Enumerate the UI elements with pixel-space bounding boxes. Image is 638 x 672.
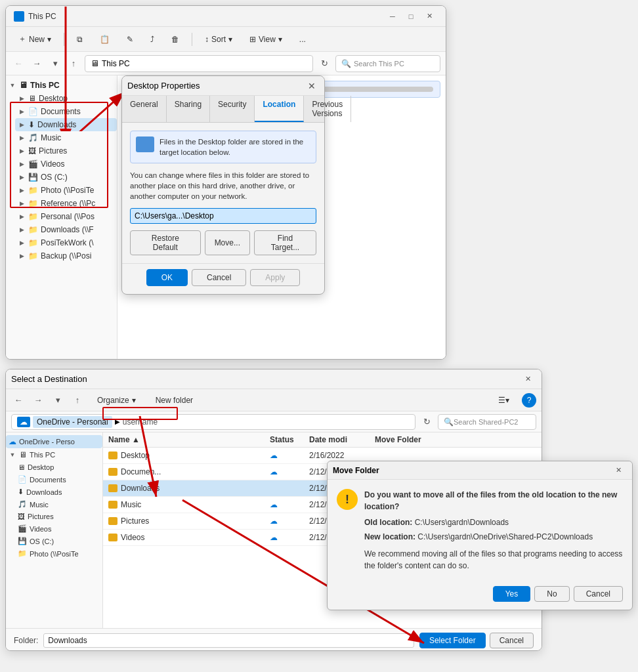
share-button[interactable]: ⤴ bbox=[143, 32, 161, 47]
sidebar-item-downloads[interactable]: ▶ ⬇ Downloads bbox=[15, 118, 117, 131]
dest-sidebar-photo[interactable]: 📁 Photo (\\PosiTe bbox=[15, 547, 102, 560]
sidebar-item-music[interactable]: ▶ 🎵 Music bbox=[15, 131, 117, 144]
dest-up-button[interactable]: ↑ bbox=[70, 393, 85, 408]
sidebar-item-backup[interactable]: ▶ 📁 Backup (\\Posi bbox=[15, 249, 117, 262]
back-button[interactable]: ← bbox=[11, 56, 26, 71]
dest-sidebar-this-pc[interactable]: ▼ 🖥 This PC bbox=[6, 448, 102, 461]
desktop-date: 2/16/2022 bbox=[309, 451, 375, 460]
restore-default-button[interactable]: Restore Default bbox=[130, 230, 201, 255]
dest-search-placeholder: Search Shared-PC2 bbox=[454, 418, 518, 426]
sidebar-item-personal[interactable]: ▶ 📁 Personal (\\Pos bbox=[15, 210, 117, 223]
select-folder-button[interactable]: Select Folder bbox=[419, 633, 486, 648]
sidebar-item-desktop[interactable]: ▶ 🖥 Desktop bbox=[15, 92, 117, 105]
up-button[interactable]: ↑ bbox=[66, 56, 81, 71]
expand-icon: ▼ bbox=[9, 82, 16, 89]
dest-address-chevron: ▶ bbox=[115, 418, 120, 425]
dest-address-box[interactable]: ☁ OneDrive - Personal ▶ username bbox=[11, 414, 415, 430]
move-dialog-title: Move Folder bbox=[333, 466, 379, 475]
music-row-name: Music bbox=[108, 500, 270, 509]
refresh-button[interactable]: ↻ bbox=[317, 56, 331, 71]
view-label: View bbox=[259, 35, 276, 44]
view-button[interactable]: ⊞ View ▾ bbox=[242, 32, 289, 47]
explorer-addressbar: ← → ▾ ↑ 🖥 This PC ↻ 🔍 Search This PC bbox=[6, 52, 446, 75]
more-button[interactable]: ... bbox=[292, 32, 313, 47]
dest-new-folder-button[interactable]: New folder bbox=[148, 392, 200, 408]
move-dialog-close-button[interactable]: ✕ bbox=[610, 464, 627, 477]
move-button[interactable]: Move... bbox=[205, 230, 250, 255]
dest-close-button[interactable]: ✕ bbox=[519, 373, 536, 386]
move-dialog-footer: Yes No Cancel bbox=[328, 581, 632, 610]
sidebar-item-downloads-net[interactable]: ▶ 📁 Downloads (\\F bbox=[15, 223, 117, 236]
tab-security[interactable]: Security bbox=[210, 96, 255, 122]
dest-recent-button[interactable]: ▾ bbox=[51, 393, 65, 408]
this-pc-icon: 🖥 bbox=[19, 80, 28, 90]
expand-arrow-desktop: ▶ bbox=[18, 95, 26, 102]
downloads-icon: ⬇ bbox=[28, 120, 35, 129]
sidebar-item-reference[interactable]: ▶ 📁 Reference (\\Pc bbox=[15, 197, 117, 210]
rename-button[interactable]: ✎ bbox=[119, 32, 140, 47]
dest-refresh-button[interactable]: ↻ bbox=[419, 415, 434, 429]
pictures-status: ☁ bbox=[270, 516, 309, 526]
sidebar-positek-label: PosiTekWork (\ bbox=[41, 238, 93, 247]
yes-button[interactable]: Yes bbox=[493, 586, 531, 602]
tab-previous-versions[interactable]: Previous Versions bbox=[304, 96, 351, 122]
new-button[interactable]: ＋ New ▾ bbox=[11, 30, 58, 48]
dest-view-button[interactable]: ☰▾ bbox=[491, 392, 517, 408]
dest-back-button[interactable]: ← bbox=[11, 393, 26, 408]
dest-sidebar-onedrive[interactable]: ☁ OneDrive - Perso bbox=[6, 435, 102, 448]
address-box[interactable]: 🖥 This PC bbox=[85, 55, 313, 72]
toolbar-divider-1 bbox=[64, 33, 64, 46]
dest-photo-label: Photo (\\PosiTe bbox=[30, 550, 79, 558]
dialog-close-button[interactable]: ✕ bbox=[305, 79, 319, 93]
minimize-button[interactable]: ─ bbox=[384, 10, 401, 23]
dest-forward-button[interactable]: → bbox=[31, 393, 45, 408]
tab-general[interactable]: General bbox=[122, 96, 167, 122]
move-dialog-titlebar: Move Folder ✕ bbox=[328, 461, 632, 480]
expand-arrow-downloads: ▶ bbox=[18, 121, 26, 128]
dest-documents-icon: 📄 bbox=[18, 475, 27, 484]
sidebar-item-pictures[interactable]: ▶ 🖼 Pictures bbox=[15, 144, 117, 158]
folder-icon-videos bbox=[108, 534, 117, 541]
documents-icon: 📄 bbox=[28, 107, 38, 116]
sort-button[interactable]: ↕ Sort ▾ bbox=[198, 32, 240, 47]
delete-button[interactable]: 🗑 bbox=[164, 32, 186, 47]
dest-organize-button[interactable]: Organize ▾ bbox=[90, 392, 143, 408]
dest-cancel-button[interactable]: Cancel bbox=[490, 633, 534, 648]
sidebar-item-documents[interactable]: ▶ 📄 Documents bbox=[15, 105, 117, 118]
dest-sidebar-documents[interactable]: 📄 Documents bbox=[15, 473, 102, 486]
recent-button[interactable]: ▾ bbox=[48, 56, 62, 71]
find-target-button[interactable]: Find Target... bbox=[254, 230, 316, 255]
folder-icon-desktop bbox=[108, 452, 117, 459]
move-cancel-button[interactable]: Cancel bbox=[574, 586, 623, 602]
address-text: This PC bbox=[102, 59, 130, 68]
ok-button[interactable]: OK bbox=[146, 269, 188, 286]
sidebar-item-osc[interactable]: ▶ 💾 OS (C:) bbox=[15, 171, 117, 184]
explorer-statusbar: 16 items ☰ ⊞ bbox=[6, 359, 446, 360]
copy-button[interactable]: ⧉ bbox=[70, 32, 90, 47]
sidebar-item-photo[interactable]: ▶ 📁 Photo (\\PosiTe bbox=[15, 184, 117, 197]
sidebar-item-positek[interactable]: ▶ 📁 PosiTekWork (\ bbox=[15, 236, 117, 249]
paste-button[interactable]: 📋 bbox=[93, 32, 117, 47]
dest-sidebar-videos[interactable]: 🎬 Videos bbox=[15, 522, 102, 535]
dest-sidebar-osc[interactable]: 💾 OS (C:) bbox=[15, 535, 102, 547]
forward-button[interactable]: → bbox=[30, 56, 44, 71]
dialog-path-input[interactable] bbox=[130, 208, 316, 224]
old-location-label: Old location: bbox=[364, 518, 412, 527]
tab-sharing[interactable]: Sharing bbox=[167, 96, 210, 122]
maximize-button[interactable]: □ bbox=[402, 10, 419, 23]
search-box[interactable]: 🔍 Search This PC bbox=[335, 55, 440, 72]
apply-button[interactable]: Apply bbox=[250, 269, 300, 286]
dest-sidebar-music[interactable]: 🎵 Music bbox=[15, 498, 102, 511]
folder-label: Folder: bbox=[14, 636, 38, 645]
no-button[interactable]: No bbox=[534, 586, 569, 602]
cancel-button[interactable]: Cancel bbox=[192, 269, 246, 286]
dest-sidebar-desktop[interactable]: 🖥 Desktop bbox=[15, 461, 102, 473]
sidebar-this-pc[interactable]: ▼ 🖥 This PC bbox=[6, 78, 117, 92]
dest-help-button[interactable]: ? bbox=[522, 393, 536, 408]
dest-sidebar-downloads[interactable]: ⬇ Downloads bbox=[15, 486, 102, 498]
close-button[interactable]: ✕ bbox=[421, 10, 438, 23]
dest-search-box[interactable]: 🔍 Search Shared-PC2 bbox=[438, 414, 536, 430]
sidebar-item-videos[interactable]: ▶ 🎬 Videos bbox=[15, 158, 117, 171]
dest-sidebar-pictures[interactable]: 🖼 Pictures bbox=[15, 511, 102, 522]
tab-location[interactable]: Location bbox=[255, 96, 304, 122]
